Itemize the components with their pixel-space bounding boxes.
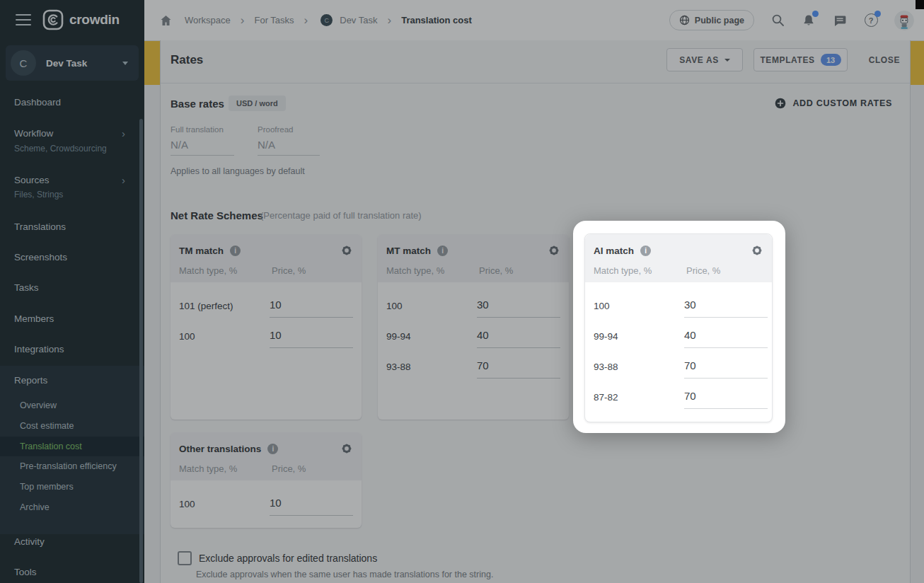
info-icon[interactable] — [640, 246, 651, 256]
card-title: AI match — [594, 246, 634, 256]
price-input[interactable]: 40 — [684, 322, 768, 348]
rate-row: 99-94 40 — [585, 321, 772, 351]
app-screen: Workspace For Tasks C Dev Task Translati… — [0, 0, 924, 583]
price-input[interactable]: 70 — [684, 352, 768, 379]
column-price: Price, % — [686, 265, 720, 276]
match-type-value: 100 — [594, 300, 610, 311]
dim-overlay — [0, 0, 924, 583]
column-match-type: Match type, % — [594, 265, 652, 276]
price-input[interactable]: 70 — [684, 383, 768, 409]
card-body: 100 30 99-94 40 93-88 70 87-82 70 — [585, 282, 772, 422]
rate-row: 87-82 70 — [585, 381, 772, 412]
price-input[interactable]: 30 — [684, 292, 768, 318]
rate-row: 100 30 — [585, 290, 772, 321]
screen-cursor-artifact — [916, 0, 924, 9]
ai-match-card: AI match Match type, % Price, % 100 30 9… — [584, 233, 773, 422]
match-type-value: 99-94 — [594, 330, 618, 341]
card-header: AI match Match type, % Price, % — [585, 234, 772, 282]
match-type-value: 87-82 — [594, 391, 618, 402]
gear-icon[interactable] — [751, 244, 763, 257]
match-type-value: 93-88 — [594, 361, 618, 371]
rate-row: 93-88 70 — [585, 351, 772, 381]
ai-match-spotlight: AI match Match type, % Price, % 100 30 9… — [573, 221, 785, 433]
